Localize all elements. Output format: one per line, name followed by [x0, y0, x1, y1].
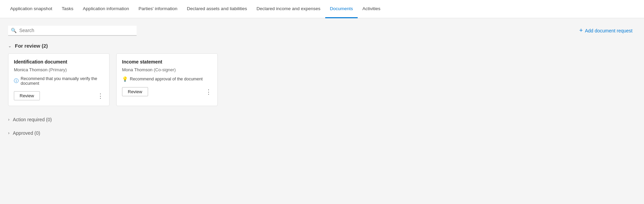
- main-content: 🔍 + Add document request ⌄ For review (2…: [0, 18, 644, 204]
- top-navigation: Application snapshot Tasks Application i…: [0, 0, 644, 18]
- doc-card-identification: Identification document Monica Thomson (…: [8, 53, 110, 106]
- more-options-icon[interactable]: ⋮: [97, 93, 104, 99]
- approved-title: Approved (0): [13, 130, 40, 136]
- card-1-recommendation: ⓘ Recommend that you manually verify the…: [14, 76, 104, 86]
- card-1-person: Monica Thomson (Primary): [14, 67, 104, 72]
- card-1-footer: Review ⋮: [14, 91, 104, 100]
- approved-section-header[interactable]: › Approved (0): [8, 130, 636, 136]
- nav-item-documents[interactable]: Documents: [325, 0, 358, 18]
- card-2-person: Mona Thomson (Co-signer): [122, 67, 212, 72]
- more-options-icon-2[interactable]: ⋮: [206, 89, 212, 95]
- card-1-review-button[interactable]: Review: [14, 91, 40, 100]
- card-2-recommendation: 💡 Recommend approval of the document: [122, 76, 212, 82]
- doc-card-income-statement: Income statement Mona Thomson (Co-signer…: [116, 53, 218, 106]
- for-review-title: For review (2): [15, 43, 48, 49]
- add-document-request-label: Add document request: [585, 28, 633, 33]
- nav-item-tasks[interactable]: Tasks: [57, 0, 78, 18]
- approved-section: › Approved (0): [8, 130, 636, 136]
- action-required-section-header[interactable]: › Action required (0): [8, 117, 636, 122]
- action-required-section: › Action required (0): [8, 117, 636, 122]
- card-1-title: Identification document: [14, 59, 104, 65]
- nav-item-parties-info[interactable]: Parties' information: [134, 0, 182, 18]
- card-2-footer: Review ⋮: [122, 87, 212, 96]
- action-required-title: Action required (0): [13, 117, 52, 122]
- card-2-review-button[interactable]: Review: [122, 87, 148, 96]
- nav-item-declared-income[interactable]: Declared income and expenses: [252, 0, 325, 18]
- cards-row: Identification document Monica Thomson (…: [8, 53, 636, 106]
- nav-item-app-snapshot[interactable]: Application snapshot: [5, 0, 57, 18]
- top-bar: 🔍 + Add document request: [8, 25, 636, 36]
- search-input[interactable]: [19, 28, 134, 33]
- search-icon: 🔍: [11, 28, 17, 33]
- search-wrapper: 🔍: [8, 26, 137, 36]
- chevron-down-icon: ⌄: [8, 44, 11, 48]
- nav-item-app-info[interactable]: Application information: [78, 0, 134, 18]
- for-review-section-header[interactable]: ⌄ For review (2): [8, 43, 636, 49]
- nav-item-activities[interactable]: Activities: [358, 0, 385, 18]
- chevron-right-icon-approved: ›: [8, 131, 9, 135]
- chevron-right-icon: ›: [8, 117, 9, 122]
- info-circle-icon: ⓘ: [14, 78, 19, 84]
- add-document-request-button[interactable]: + Add document request: [576, 25, 636, 36]
- nav-item-declared-assets[interactable]: Declared assets and liabilities: [182, 0, 252, 18]
- plus-icon: +: [579, 27, 583, 34]
- lightbulb-icon: 💡: [122, 76, 128, 82]
- card-2-title: Income statement: [122, 59, 212, 65]
